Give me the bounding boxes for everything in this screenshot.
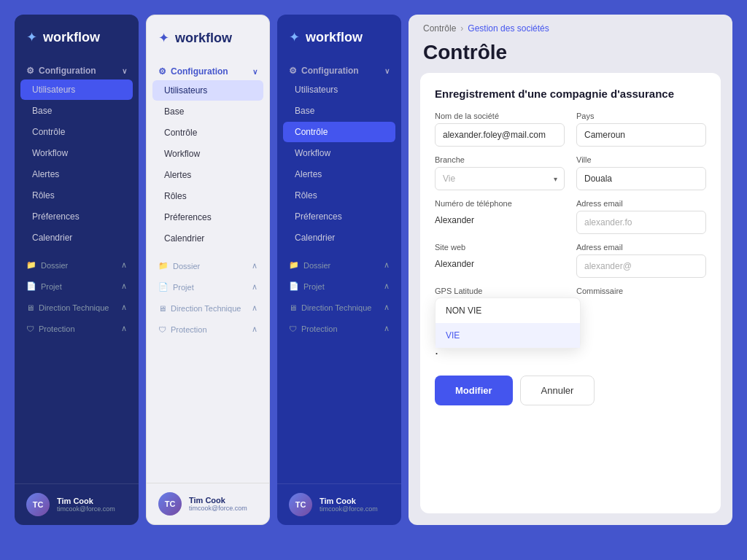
user-email-3: timcook@force.com [320, 505, 378, 513]
monitor-icon-3: 🖥 [289, 303, 297, 312]
nav-utilisateurs-2[interactable]: Utilisateurs [152, 80, 263, 101]
protection-section-3[interactable]: 🛡Protection ∧ [277, 318, 401, 336]
avatar-initials-2: TC [158, 492, 182, 516]
adress1-input[interactable] [576, 211, 706, 234]
nav-roles-1[interactable]: Rôles [20, 185, 133, 206]
projet-section-3[interactable]: 📄Projet ∧ [277, 276, 401, 294]
nav-calendrier-2[interactable]: Calendrier [152, 228, 263, 249]
nom-input[interactable] [435, 123, 565, 147]
nav-alertes-1[interactable]: Alertes [20, 164, 133, 184]
config-header-2[interactable]: ⚙ Configuration ∨ [147, 61, 269, 79]
nav-workflow-2[interactable]: Workflow [152, 144, 263, 164]
nav-workflow-1[interactable]: Workflow [20, 143, 133, 163]
nav-preferences-2[interactable]: Préferences [152, 207, 263, 228]
form-row-tel: Numéro de téléphone Alexander Adress ema… [435, 199, 706, 234]
shield-icon-1: 🛡 [26, 324, 34, 333]
config-section-1: ⚙ Configuration ∨ Utilisateurs Base Cont… [15, 57, 139, 252]
chevron-protection-3: ∧ [384, 324, 390, 333]
user-info-2: Tim Cook timcook@force.com [189, 496, 247, 512]
chevron-dossier-2: ∧ [252, 261, 258, 271]
user-footer-1: TC Tim Cook timcook@force.com [15, 483, 139, 525]
form-group-adress1: Adress email [576, 199, 706, 234]
form-group-empty [576, 328, 706, 361]
chevron-direction-3: ∧ [384, 303, 390, 312]
nav-base-3[interactable]: Base [283, 101, 395, 121]
branche-label: Branche [435, 155, 565, 164]
page-title: Contrôle [409, 38, 732, 73]
site-label: Site web [435, 243, 565, 252]
dossier-section-2[interactable]: 📁Dossier ∧ [147, 255, 269, 273]
branche-select[interactable]: Vie [435, 167, 565, 190]
nav-utilisateurs-1[interactable]: Utilisateurs [20, 79, 133, 100]
annuler-button[interactable]: Annuler [520, 376, 595, 405]
monitor-icon-2: 🖥 [158, 304, 166, 313]
sidebar-panel-3: ✦ workflow ⚙ Configuration ∨ Utilisateur… [277, 15, 401, 525]
protection-section-1[interactable]: 🛡Protection ∧ [15, 318, 139, 336]
dossier-section-3[interactable]: 📁Dossier ∧ [277, 254, 401, 273]
shield-icon-3: 🛡 [289, 324, 297, 333]
form-group-branche: Branche Vie ▾ NON VIE VIE [435, 155, 565, 190]
main-container: ✦ workflow ⚙ Configuration ∨ Utilisateur… [0, 0, 747, 560]
nav-preferences-1[interactable]: Préferences [20, 206, 133, 227]
nav-roles-3[interactable]: Rôles [283, 185, 395, 206]
pays-label: Pays [576, 112, 706, 120]
breadcrumb-gestion[interactable]: Gestion des sociétés [468, 23, 549, 34]
avatar-initials-1: TC [26, 493, 50, 516]
chevron-down-icon-3: ∨ [384, 67, 390, 75]
gear-icon-1: ⚙ [26, 66, 34, 76]
dropdown-item-vie[interactable]: VIE [436, 323, 580, 348]
nav-controle-3[interactable]: Contrôle [283, 122, 395, 142]
dropdown-item-nonvie[interactable]: NON VIE [436, 298, 580, 323]
pays-input[interactable] [576, 123, 706, 147]
config-section-3: ⚙ Configuration ∨ Utilisateurs Base Cont… [277, 57, 401, 252]
user-name-2: Tim Cook [189, 496, 247, 505]
avatar-3: TC [289, 493, 312, 516]
breadcrumb: Contrôle › Gestion des sociétés [409, 15, 732, 38]
dropdown-menu: NON VIE VIE [435, 298, 581, 349]
adress2-input[interactable] [576, 254, 706, 278]
nav-utilisateurs-3[interactable]: Utilisateurs [283, 79, 395, 100]
protection-section-2[interactable]: 🛡Protection ∧ [147, 319, 269, 337]
breadcrumb-controle[interactable]: Contrôle [423, 23, 456, 34]
direction-section-3[interactable]: 🖥Direction Technique ∧ [277, 297, 401, 315]
nom-label: Nom de la société [435, 112, 565, 120]
nav-base-2[interactable]: Base [152, 101, 263, 122]
user-name-1: Tim Cook [57, 497, 115, 505]
commissaire-label: Commissaire [576, 287, 706, 295]
config-header-3[interactable]: ⚙ Configuration ∨ [277, 60, 401, 79]
projet-section-2[interactable]: 📄Projet ∧ [147, 276, 269, 295]
form-group-adress2: Adress email [576, 243, 706, 278]
config-header-1[interactable]: ⚙ Configuration ∨ [15, 60, 139, 79]
modifier-button[interactable]: Modifier [435, 376, 513, 405]
chevron-projet-3: ∧ [384, 281, 390, 291]
nav-roles-2[interactable]: Rôles [152, 186, 263, 206]
ville-input[interactable] [576, 167, 706, 190]
form-row-nom: Nom de la société Pays [435, 112, 706, 147]
user-email-1: timcook@force.com [57, 505, 115, 513]
file-icon-2: 📄 [158, 282, 169, 292]
nav-calendrier-1[interactable]: Calendrier [20, 228, 133, 248]
ville-label: Ville [576, 155, 706, 164]
modal-title: Enregistrement d'une compagnie d'assuran… [435, 88, 706, 100]
projet-section-1[interactable]: 📄Projet ∧ [15, 276, 139, 294]
nav-alertes-3[interactable]: Alertes [283, 164, 395, 184]
direction-section-1[interactable]: 🖥Direction Technique ∧ [15, 297, 139, 315]
monitor-icon-1: 🖥 [26, 303, 34, 312]
nav-workflow-3[interactable]: Workflow [283, 143, 395, 163]
nav-preferences-3[interactable]: Préferences [283, 206, 395, 227]
sidebar-logo-2: ✦ workflow [147, 15, 269, 58]
chevron-down-icon-2: ∨ [252, 68, 258, 76]
workflow-logo-icon-3: ✦ [289, 29, 300, 45]
gps-lat-label: GPS Latitude [435, 287, 565, 295]
nav-calendrier-3[interactable]: Calendrier [283, 228, 395, 248]
sidebar-panel-1: ✦ workflow ⚙ Configuration ∨ Utilisateur… [15, 15, 139, 525]
nav-base-1[interactable]: Base [20, 101, 133, 121]
nav-controle-2[interactable]: Contrôle [152, 122, 263, 143]
adress1-label: Adress email [576, 199, 706, 208]
nav-alertes-2[interactable]: Alertes [152, 165, 263, 185]
breadcrumb-sep: › [460, 23, 463, 34]
dossier-section-1[interactable]: 📁Dossier ∧ [15, 254, 139, 273]
direction-section-2[interactable]: 🖥Direction Technique ∧ [147, 298, 269, 316]
nav-controle-1[interactable]: Contrôle [20, 122, 133, 142]
user-footer-2: TC Tim Cook timcook@force.com [147, 483, 269, 524]
